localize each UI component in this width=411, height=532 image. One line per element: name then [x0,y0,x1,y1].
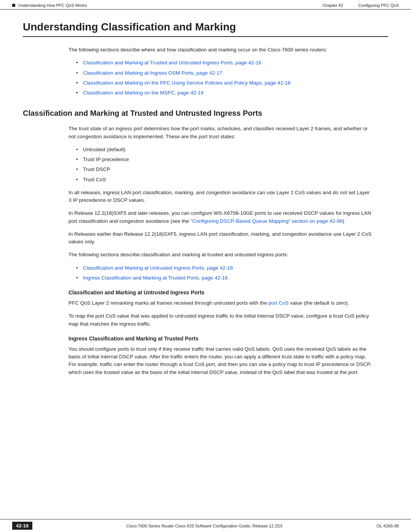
para3-suffix: ) [342,218,344,224]
footer-center-text: Cisco 7600 Series Router Cisco IOS Softw… [126,524,283,528]
trust-state-item: Untrusted (default) [76,146,373,153]
untrusted-para1: PFC QoS Layer 2 remarking marks all fram… [68,299,373,307]
trusted-para: You should configure ports to trust only… [68,345,373,376]
trust-state-item: Trust IP precedence [76,156,373,163]
intro-link-1[interactable]: Classification and Marking at Ingress OS… [83,70,222,76]
section1-para5: The following sections describe classifi… [68,251,373,259]
trust-state-item: Trust DSCP [76,166,373,173]
intro-link-2[interactable]: Classification and Marking on the PFC Us… [83,80,291,86]
untrusted-para1-suffix: value (the default is zero). [289,300,349,306]
untrusted-para2: To map the port CoS value that was appli… [68,312,373,328]
page-number: 42-16 [12,522,32,530]
section1-para2: In all releases, ingress LAN port classi… [68,189,373,204]
main-content: Understanding Classification and Marking… [0,10,411,412]
chapter-title: Configuring PFC QoS [358,3,399,8]
section1-para4: In Releases earlier than Release 12.2(18… [68,230,373,246]
subsection-links-list: Classification and Marking at Untrusted … [76,264,373,282]
intro-link-item: Classification and Marking at Ingress OS… [76,69,373,77]
port-cos-link[interactable]: port CoS [268,300,288,306]
intro-link-item: Classification and Marking on the MSFC, … [76,89,373,97]
header-right: Chapter 42 Configuring PFC QoS [322,3,399,8]
subsection-link-0[interactable]: Classification and Marking at Untrusted … [83,265,233,271]
section1-para3: In Release 12.2(18)SXF5 and later releas… [68,209,373,225]
intro-link-item: Classification and Marking at Trusted an… [76,59,373,67]
footer-right-text: OL-4266-08 [376,524,399,528]
section1-heading: Classification and Marking at Trusted an… [23,108,388,118]
trust-states-list: Untrusted (default)Trust IP precedenceTr… [76,146,373,184]
trust-state-item: Trust CoS [76,176,373,184]
subsection-link-item: Classification and Marking at Untrusted … [76,264,373,272]
section1-para1: The trust state of an ingress port deter… [68,125,373,141]
intro-link-3[interactable]: Classification and Marking on the MSFC, … [83,90,204,96]
intro-paragraph: The following sections describe where an… [68,46,373,54]
subsection-link-1[interactable]: Ingress Classification and Marking at Tr… [83,275,228,281]
breadcrumb: Understanding How PFC QoS Works [18,3,87,8]
para3-link[interactable]: "Configuring DSCP-Based Queue Mapping" s… [190,218,342,224]
chapter-label: Chapter 42 [322,3,343,8]
intro-link-0[interactable]: Classification and Marking at Trusted an… [83,60,261,66]
page-footer: 42-16 Cisco 7600 Series Router Cisco IOS… [0,519,411,532]
page-header: Understanding How PFC QoS Works Chapter … [0,0,411,10]
intro-link-item: Classification and Marking on the PFC Us… [76,79,373,87]
main-title: Understanding Classification and Marking [23,21,388,37]
header-square-icon [12,4,15,7]
header-left: Understanding How PFC QoS Works [12,3,87,8]
subsection-link-item: Ingress Classification and Marking at Tr… [76,274,373,282]
untrusted-para1-prefix: PFC QoS Layer 2 remarking marks all fram… [68,300,268,306]
trusted-heading: Ingress Classification and Marking at Tr… [68,335,388,342]
intro-links-list: Classification and Marking at Trusted an… [76,59,373,97]
untrusted-heading: Classification and Marking at Untrusted … [68,289,388,296]
